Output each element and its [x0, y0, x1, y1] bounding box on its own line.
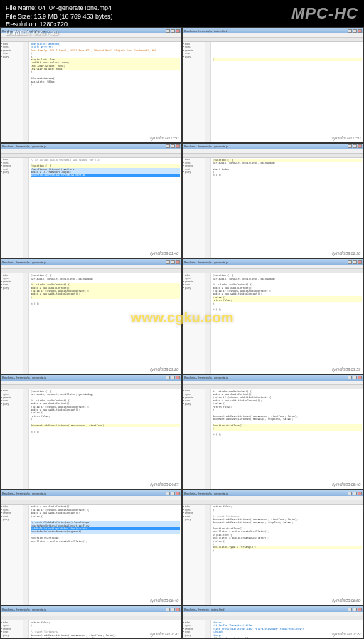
code-line[interactable]: }: [31, 83, 180, 86]
code-line[interactable]: }()));: [31, 431, 180, 433]
window-titlebar[interactable]: Brackets - theremin/js - generate.js: [183, 375, 363, 381]
code-area[interactable]: body{color: #888888; color: #ffffff; fon…: [29, 42, 181, 142]
minimize-button[interactable]: [166, 260, 170, 264]
code-area[interactable]: audio = new AudioContext(); } else if (w…: [29, 505, 181, 605]
code-line[interactable]: [31, 177, 180, 180]
file-sidebar[interactable]: • index• styles• generate• script• jquer…: [183, 620, 205, 638]
brand-watermark: lynda03:05:40: [332, 481, 360, 487]
window-titlebar[interactable]: Brackets - theremin/js - generate.js: [1, 490, 181, 496]
code-editor[interactable]: (function () { var audio, conduit, oscil…: [205, 158, 363, 258]
code-line[interactable]: }()));: [213, 174, 362, 176]
code-line[interactable]: }()));: [31, 302, 180, 305]
code-editor[interactable]: audio = new AudioContext(); } else if (w…: [23, 505, 181, 605]
sidebar-item[interactable]: • jquery: [183, 519, 204, 522]
close-button[interactable]: [358, 376, 362, 379]
code-editor[interactable]: (function () { var audio, conduit, oscil…: [23, 273, 181, 374]
code-area[interactable]: (function () { var audio, conduit, oscil…: [29, 389, 181, 490]
code-line[interactable]: <h1>the thereminator</h1>: [213, 637, 362, 638]
window-titlebar[interactable]: Brackets - theremin - index.html: [183, 606, 363, 612]
sidebar-item[interactable]: • jquery: [183, 56, 204, 59]
file-sidebar[interactable]: • index• styles• generate• script• jquer…: [1, 620, 23, 638]
window-titlebar[interactable]: Brackets - theremin/js - generate.js: [183, 259, 363, 265]
file-sidebar[interactable]: • index• styles• generate• script• jquer…: [183, 505, 205, 605]
code-line[interactable]: }: [213, 549, 362, 552]
code-line[interactable]: }()));: [213, 433, 362, 436]
sidebar-item[interactable]: • jquery: [1, 519, 22, 522]
code-area[interactable]: if (window.AudioContext) { audio = new A…: [211, 389, 363, 490]
editor-thumbnail-0: Brackets - theremin/css/styles.css• inde…: [1, 28, 181, 142]
minimize-button[interactable]: [348, 492, 352, 495]
code-editor[interactable]: (function () { var audio, conduit, oscil…: [23, 389, 181, 490]
code-editor[interactable]: body{color: #888888; color: #ffffff; fon…: [23, 42, 181, 142]
close-button[interactable]: [358, 608, 362, 611]
code-area[interactable]: // An AA web audio theremin see readme f…: [29, 158, 181, 258]
sidebar-item[interactable]: • jquery: [183, 403, 204, 406]
code-area[interactable]: (function () { var audio, conduit, oscil…: [211, 273, 363, 374]
sidebar-item[interactable]: • jquery: [1, 171, 22, 175]
code-line[interactable]: }()));: [213, 308, 362, 311]
minimize-button[interactable]: [348, 376, 352, 379]
maximize-button[interactable]: [353, 492, 357, 495]
code-area[interactable]: (function () { var audio, conduit, oscil…: [29, 273, 181, 374]
window-titlebar[interactable]: Brackets - theremin/js - generate.js: [1, 606, 181, 612]
minimize-button[interactable]: [166, 608, 170, 611]
code-line[interactable]: [31, 543, 180, 546]
window-titlebar[interactable]: Brackets - theremin/js - generate.js: [1, 144, 181, 149]
sidebar-item[interactable]: • jquery: [1, 403, 22, 406]
code-editor[interactable]: |: [205, 42, 363, 142]
close-button[interactable]: [176, 144, 180, 148]
maximize-button[interactable]: [171, 260, 175, 264]
code-area[interactable]: (function () { var audio, conduit, oscil…: [211, 158, 363, 258]
sidebar-item[interactable]: • jquery: [183, 634, 204, 638]
code-area[interactable]: return false; } // event listeners docum…: [211, 505, 363, 605]
minimize-button[interactable]: [348, 260, 352, 264]
sidebar-item[interactable]: • jquery: [1, 287, 22, 291]
sidebar-item[interactable]: • jquery: [1, 56, 22, 59]
minimize-button[interactable]: [166, 492, 170, 495]
minimize-button[interactable]: [166, 376, 170, 379]
code-area[interactable]: |: [211, 42, 363, 142]
code-editor[interactable]: // An AA web audio theremin see readme f…: [23, 158, 181, 258]
maximize-button[interactable]: [171, 144, 175, 148]
code-line[interactable]: |: [213, 58, 362, 61]
close-button[interactable]: [176, 376, 180, 379]
close-button[interactable]: [358, 492, 362, 495]
window-titlebar[interactable]: Brackets - theremin/js - generate.js: [183, 144, 363, 149]
file-sidebar[interactable]: • index• styles• generate• script• jquer…: [1, 505, 23, 605]
code-editor[interactable]: return false; } // event listeners docum…: [205, 505, 363, 605]
maximize-button[interactable]: [353, 608, 357, 611]
sidebar-item[interactable]: • jquery: [183, 287, 204, 291]
window-titlebar[interactable]: Brackets - theremin/js - generate.js: [183, 490, 363, 496]
close-button[interactable]: [358, 260, 362, 264]
file-sidebar[interactable]: • index• styles• generate• script• jquer…: [183, 273, 205, 374]
file-sidebar[interactable]: • index• styles• generate• script• jquer…: [183, 389, 205, 490]
maximize-button[interactable]: [353, 260, 357, 264]
code-editor[interactable]: if (window.AudioContext) { audio = new A…: [205, 389, 363, 490]
file-sidebar[interactable]: • index• styles• generate• script• jquer…: [183, 158, 205, 258]
maximize-button[interactable]: [171, 608, 175, 611]
minimize-button[interactable]: [166, 144, 170, 148]
window-titlebar[interactable]: Brackets - theremin/js - generate.js: [1, 259, 181, 265]
file-sidebar[interactable]: • index• styles• generate• script• jquer…: [1, 42, 23, 142]
close-button[interactable]: [176, 492, 180, 495]
maximize-button[interactable]: [171, 376, 175, 379]
file-sidebar[interactable]: • index• styles• generate• script• jquer…: [183, 42, 205, 142]
sidebar-item[interactable]: • jquery: [183, 171, 204, 175]
file-sidebar[interactable]: • index• styles• generate• script• jquer…: [1, 158, 23, 258]
editor-thumbnail-8: Brackets - theremin/js - generate.js• in…: [1, 490, 181, 605]
maximize-button[interactable]: [353, 144, 357, 148]
minimize-button[interactable]: [348, 144, 352, 148]
window-titlebar[interactable]: Brackets - theremin/js - generate.js: [1, 375, 181, 381]
close-button[interactable]: [176, 608, 180, 611]
file-sidebar[interactable]: • index• styles• generate• script• jquer…: [1, 273, 23, 374]
maximize-button[interactable]: [353, 376, 357, 379]
code-line[interactable]: document.addEventListener('mouseup', sto…: [31, 637, 180, 638]
close-button[interactable]: [176, 260, 180, 264]
file-sidebar[interactable]: • index• styles• generate• script• jquer…: [1, 389, 23, 490]
close-button[interactable]: [358, 144, 362, 148]
minimize-button[interactable]: [348, 608, 352, 611]
brand-watermark: lynda03:06:40: [150, 597, 178, 603]
code-editor[interactable]: (function () { var audio, conduit, oscil…: [205, 273, 363, 374]
maximize-button[interactable]: [171, 492, 175, 495]
sidebar-item[interactable]: • jquery: [1, 634, 22, 638]
